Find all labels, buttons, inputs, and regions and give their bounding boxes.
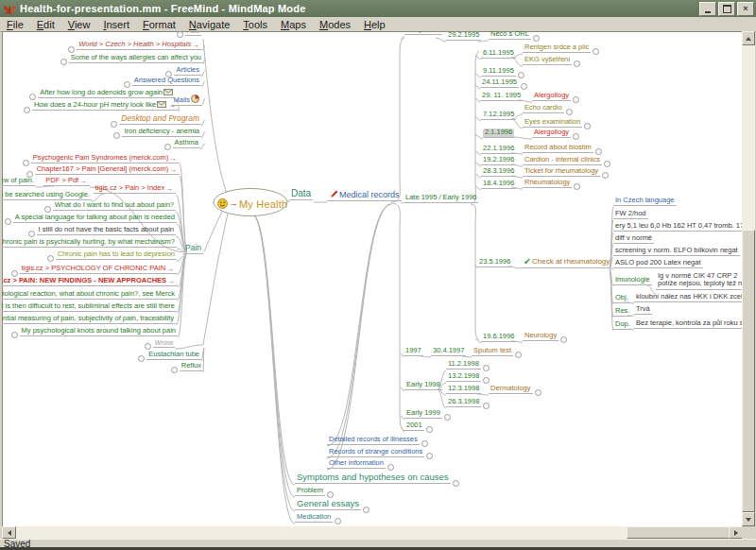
node-obj-value[interactable]: kloubní nález nas HKK i DKK zcela k — [634, 293, 742, 302]
node-sputum-test[interactable]: Sputum test — [472, 347, 513, 356]
node-general-essays[interactable]: General essays — [295, 499, 361, 511]
node-symptoms-and-hypotheses[interactable]: Symptoms and hypotheses on causes — [295, 473, 451, 485]
node-date-11-2-1998[interactable]: 11.2.1998 — [446, 360, 481, 370]
horizontal-scrollbar[interactable] — [2, 526, 742, 539]
scroll-up-button[interactable] — [742, 31, 755, 45]
scroll-left-button[interactable] — [2, 526, 16, 539]
node-date-23-5-1996[interactable]: 23.5.1996 — [477, 258, 512, 267]
node-date-6-11-1995[interactable]: 6.11.1995 — [481, 49, 516, 59]
node-psychological-knots[interactable]: My psychological knots around talking ab… — [20, 327, 178, 336]
node-searched-using-google[interactable]: an be searched using Google. — [2, 191, 92, 200]
node-date-29-2-1995[interactable]: 29.2.1995 — [446, 31, 481, 41]
node-answered-questions[interactable]: Answered Questions — [132, 77, 201, 86]
node-asthma[interactable]: Asthma — [173, 139, 200, 148]
node-date-19-2-1996[interactable]: 19.2.1996 — [481, 156, 516, 165]
root-node[interactable]: → My Health — [215, 191, 288, 216]
vertical-scroll-thumb[interactable] — [742, 230, 755, 512]
node-screening-elfo[interactable]: screening v norm. ELFO bílkovin negat — [613, 247, 740, 256]
node-date-24-11-1995[interactable]: 24.11.1995 — [480, 78, 519, 88]
node-date-28-3-1996[interactable]: 28.3.1996 — [481, 167, 516, 177]
node-date-13-2-1998[interactable]: 13.2.1998 — [446, 372, 481, 382]
node-allergies-affect-you[interactable]: Some of the ways allergies can affect yo… — [69, 54, 203, 63]
node-echo-cardio[interactable]: Echo cardio — [523, 104, 564, 113]
node-cardion-internal-clinics[interactable]: Cardion - internal clinics — [523, 156, 602, 165]
node-obj[interactable]: Obj. — [613, 294, 630, 303]
node-rheumatology[interactable]: Rheumatology — [523, 179, 572, 188]
node-dermatology[interactable]: Dermatology — [489, 385, 533, 394]
menu-format[interactable]: Format — [136, 19, 182, 30]
node-neurology[interactable]: Neurology — [523, 332, 558, 341]
node-year-1997[interactable]: 1997 — [404, 347, 423, 356]
node-record-about-biostim[interactable]: Record about biostim — [523, 144, 593, 153]
maximize-button[interactable] — [718, 2, 735, 16]
node-data[interactable]: Data — [289, 188, 313, 200]
node-date-30-4-1997[interactable]: 30.4.1997 — [431, 347, 466, 356]
node-date-22-1-1996[interactable]: 22.1.1996 — [481, 145, 516, 154]
node-diffucult-to-rest[interactable]: , it is then diffucult to rest, sublimin… — [2, 302, 177, 312]
node-other-information[interactable]: Other information — [327, 459, 386, 469]
close-button[interactable]: × — [737, 2, 754, 16]
node-date-9-11-1995[interactable]: 9.11.1995 — [481, 67, 516, 77]
node-psychogenic-pain-syndromes[interactable]: Psychogenic Pain Syndromes (merck.com)→ — [31, 154, 180, 164]
node-rentgen-srdce-a-plic[interactable]: Rentgen srdce a plic — [523, 43, 591, 53]
node-what-find-out-about-pain[interactable]: What do I want to find out about pain? — [53, 201, 176, 211]
node-pain[interactable]: Pain — [183, 244, 203, 255]
node-date-26-3-1998[interactable]: 26.3.1998 — [446, 398, 481, 407]
node-in-czech-language[interactable]: In Czech language — [613, 197, 677, 206]
menu-navigate[interactable]: Navigate — [182, 19, 236, 30]
vertical-scrollbar[interactable] — [742, 31, 755, 526]
node-ekg-vysetreni[interactable]: EKG vyšetření — [523, 56, 572, 65]
menu-insert[interactable]: Insert — [96, 19, 136, 30]
node-tigis-new-findings[interactable]: tigis.cz > PAIN: NEW FINDINGS - NEW APPR… — [2, 277, 178, 287]
node-reflux[interactable]: Reflux — [180, 362, 203, 371]
node-ticket-for-rheumatology[interactable]: Ticket for rheumatology — [523, 167, 600, 177]
node-chapter167-pain-general[interactable]: Chapter167 > Pain [General] (merck.com)→ — [35, 165, 180, 176]
scroll-down-button[interactable] — [742, 512, 755, 526]
node-fw-2hod[interactable]: FW 2/hod — [613, 210, 648, 219]
horizontal-scroll-thumb[interactable] — [627, 526, 730, 539]
node-date-18-4-1996[interactable]: 18.4.1996 — [481, 180, 516, 189]
node-no-basic-facts[interactable]: I still do not have the basic facts abou… — [37, 226, 176, 235]
node-world-czech-health-hospitals[interactable]: World > Czech > Health > Hospitals→ — [77, 41, 202, 51]
menu-help[interactable]: Help — [357, 19, 392, 30]
node-detailed-records-of-illnesses[interactable]: Detailed records of illnesses — [327, 436, 420, 445]
menu-edit[interactable]: Edit — [30, 19, 61, 30]
node-records-of-strange-conditions[interactable]: Records of strange conditions — [327, 448, 424, 457]
menu-maps[interactable]: Maps — [274, 19, 313, 30]
node-wrona-label[interactable]: Wrona — [153, 339, 175, 348]
node-attic-label[interactable]: Attic — [185, 31, 201, 36]
node-chronic-pain-depression[interactable]: Chronic pain has to lead to depresion — [56, 250, 177, 260]
node-eustachian-tube[interactable]: Eustachian tube — [146, 351, 201, 360]
scroll-right-button[interactable] — [729, 526, 743, 539]
node-date-29-11-1995[interactable]: 29. 11. 1995 — [480, 92, 523, 101]
node-early-1999[interactable]: Early 1999 — [404, 409, 442, 419]
minimize-button[interactable] — [699, 2, 716, 16]
node-res[interactable]: Res. — [613, 307, 631, 317]
node-late-1995-early-1996[interactable]: Late 1995 / Early 1996 — [404, 194, 478, 203]
node-medical-records[interactable]: Medical records — [327, 190, 402, 201]
node-tigis-pain-index[interactable]: tigis.cz > Pain > Index→ — [94, 184, 176, 195]
node-pdf-pdf[interactable]: PDF > Pdf→ — [43, 177, 90, 187]
node-date-19-6-1996[interactable]: 19.6.1996 — [481, 333, 516, 342]
node-year-2001[interactable]: 2001 — [404, 421, 424, 431]
node-early-1998[interactable]: Early 1998 — [404, 381, 442, 390]
title-bar[interactable]: Health-for-presentation.mm - FreeMind - … — [0, 0, 756, 17]
node-ery-leu-hb-values[interactable]: ery 5,1 leu 6,0 Hb 162 HT 0,47 tromb. 17… — [613, 222, 742, 232]
node-alergollogy-1996[interactable]: Alergollogy — [532, 129, 571, 138]
node-tigis-psychology-chronic-pain[interactable]: tigis.cz > PSYCHOLOGY OF CHRONIC PAIN→ — [20, 265, 177, 275]
menu-file[interactable]: File — [0, 19, 30, 30]
node-alergollogy-1995[interactable]: Alergollogy — [532, 92, 571, 101]
node-dop[interactable]: Dop. — [613, 320, 632, 330]
node-diff-v-norme[interactable]: diff v normě — [613, 234, 654, 244]
node-imunologie-values[interactable]: Ig v normě CIK 47 CRP 2potíže nejsou, te… — [656, 272, 742, 290]
node-chronic-pain-hurting[interactable]: Chronic pain is psychically hurting, by … — [2, 238, 177, 248]
node-special-language-needed[interactable]: A special language for talking about pai… — [13, 214, 177, 223]
node-iew-of-pain[interactable]: iew of pain. — [2, 177, 36, 186]
node-date-12-3-1998[interactable]: 12.3.1998 — [446, 385, 481, 394]
node-adenoids-grow-again[interactable]: After how long do adenoids grow again — [38, 89, 176, 98]
node-desktop-and-program[interactable]: Desktop and Program — [119, 114, 201, 126]
node-neco-s-orl[interactable]: Něco s ORL — [489, 31, 531, 40]
node-iron-deficiency-anemia[interactable]: Iron deficiency - anemia — [122, 128, 201, 137]
menu-view[interactable]: View — [61, 19, 97, 30]
node-imunologie[interactable]: Imunologie — [613, 276, 652, 285]
